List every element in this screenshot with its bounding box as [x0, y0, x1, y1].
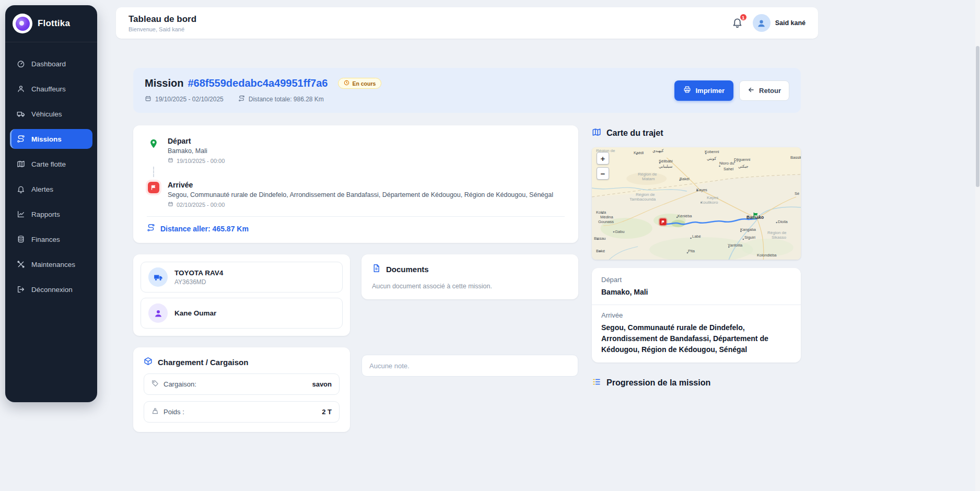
depart-label: Départ — [168, 137, 225, 145]
main-area: Tableau de bord Bienvenue, Said kané 1 S… — [116, 0, 818, 432]
map-label: Yanfolila — [728, 243, 742, 248]
cargo-weight-label: Poids : — [164, 408, 184, 416]
sidebar-item-carte-flotte[interactable]: Carte flotte — [10, 154, 92, 174]
page-title: Tableau de bord — [129, 14, 196, 25]
map-label: Tambacounda — [629, 197, 656, 202]
map-label: Kangaba — [740, 227, 756, 232]
sidebar-item-chauffeurs[interactable]: Chauffeurs — [10, 79, 92, 99]
map-destination-marker — [660, 218, 667, 225]
vehicle-driver-card: TOYOTA RAV4 AY3636MD Kane Oumar — [133, 254, 350, 336]
map-label: Kaédi — [634, 150, 644, 155]
sidebar-item-missions[interactable]: Missions — [10, 129, 92, 149]
depart-stop: Départ Bamako, Mali 19/10/2025 - 00:00 — [147, 137, 565, 164]
sidebar-item-rapports[interactable]: Rapports — [10, 204, 92, 224]
sidebar-item-maintenances[interactable]: Maintenances — [10, 254, 92, 274]
calendar-icon — [168, 201, 173, 208]
tag-icon — [151, 380, 159, 389]
map-zoom-in-button[interactable]: + — [597, 152, 609, 165]
sidebar-item-label: Dashboard — [31, 60, 66, 68]
route-connector — [153, 167, 565, 177]
fleet-map-icon — [17, 160, 25, 168]
back-button[interactable]: Retour — [739, 80, 789, 101]
document-icon — [372, 264, 381, 274]
sidebar-item-dashboard[interactable]: Dashboard — [10, 54, 92, 74]
map-label: Koulikoro — [701, 200, 718, 205]
cargo-type-label: Cargaison: — [164, 380, 196, 388]
sidebar-item-label: Rapports — [31, 211, 60, 218]
route-map[interactable]: Région deKaédiكيهيديKobenniكوبنيBassikSé… — [592, 147, 801, 260]
depart-pin-icon — [147, 137, 160, 150]
mission-header-left: Mission #68f559dedabc4a49951ff7a6 En cou… — [145, 77, 381, 103]
driver-row: Kane Oumar — [141, 298, 343, 329]
status-badge: En cours — [338, 78, 381, 89]
map-label: Gounass — [598, 219, 614, 224]
summary-arrivee-label: Arrivée — [601, 311, 791, 319]
depart-city: Bamako, Mali — [168, 147, 225, 155]
sidebar: Flottika Dashboard Chauffeurs Véhicules — [5, 5, 97, 402]
clock-icon — [344, 80, 349, 87]
map-label: Kayes — [696, 188, 707, 192]
map-label: Boké — [596, 249, 605, 253]
reports-icon — [17, 210, 25, 218]
print-button[interactable]: Imprimer — [674, 80, 733, 101]
route-icon — [147, 224, 155, 233]
app-root: Flottika Dashboard Chauffeurs Véhicules — [0, 0, 980, 432]
sidebar-item-alertes[interactable]: Alertes — [10, 179, 92, 199]
sidebar-item-label: Finances — [31, 236, 60, 243]
map-label: Kéniéba — [678, 214, 692, 218]
cargo-type-row: Cargaison: savon — [144, 373, 340, 395]
vehicle-row: TOYOTA RAV4 AY3636MD — [141, 262, 343, 293]
sidebar-item-finances[interactable]: Finances — [10, 229, 92, 249]
app-logo-text: Flottika — [38, 18, 70, 29]
map-label: Sahel — [724, 167, 733, 171]
scrollbar-thumb[interactable] — [976, 46, 979, 187]
truck-icon — [148, 267, 168, 287]
app-logo[interactable]: Flottika — [5, 5, 97, 42]
notification-badge: 1 — [739, 13, 748, 21]
calendar-icon — [168, 157, 173, 164]
map-label: Bissau — [594, 236, 606, 241]
arrivee-stop: Arrivée Segou, Communauté rurale de Dind… — [147, 181, 565, 208]
cargo-title-row: Chargement / Cargaison — [144, 357, 340, 367]
package-icon — [144, 357, 153, 367]
map-label: Siguiri — [744, 235, 755, 240]
vehicles-icon — [17, 110, 25, 118]
cargo-card: Chargement / Cargaison Cargaison: savon — [133, 347, 350, 432]
profile-button[interactable]: Said kané — [753, 14, 806, 32]
mission-distance-total-text: Distance totale: 986.28 Km — [249, 96, 324, 103]
sidebar-item-label: Maintenances — [31, 261, 75, 268]
note-input[interactable] — [361, 355, 578, 377]
note-wrap — [361, 347, 578, 377]
missions-icon — [17, 135, 25, 143]
distance-aller-text: Distance aller: 465.87 Km — [160, 225, 249, 233]
cargo-type-value: savon — [312, 380, 332, 388]
arrivee-label: Arrivée — [168, 181, 553, 189]
map-label: Sélibabi — [659, 159, 673, 163]
map-zoom-out-button[interactable]: − — [597, 167, 609, 180]
vehicle-plate: AY3636MD — [174, 278, 223, 286]
driver-icon — [148, 303, 168, 323]
sidebar-item-deconnexion[interactable]: Déconnexion — [10, 279, 92, 299]
divider — [147, 216, 565, 217]
arrivee-address: Segou, Communauté rurale de Dindefelo, A… — [168, 191, 553, 198]
mission-header-card: Mission #68f559dedabc4a49951ff7a6 En cou… — [133, 68, 801, 113]
map-label: Sé — [795, 191, 799, 196]
user-name: Said kané — [775, 19, 806, 27]
content: Mission #68f559dedabc4a49951ff7a6 En cou… — [116, 39, 818, 432]
summary-depart-label: Départ — [601, 276, 791, 284]
map-label: Nioro du — [719, 161, 734, 166]
map-label: Pita — [688, 249, 695, 253]
welcome-text: Bienvenue, Said kané — [129, 26, 196, 32]
map-label: Kobenni — [705, 149, 719, 154]
finances-icon — [17, 235, 25, 243]
sidebar-item-vehicules[interactable]: Véhicules — [10, 104, 92, 124]
notifications-button[interactable]: 1 — [731, 16, 744, 30]
alerts-icon — [17, 185, 25, 193]
depart-date: 19/10/2025 - 00:00 — [168, 157, 225, 164]
route-summary-card: Départ Bamako, Mali Arrivée Segou, Commu… — [592, 268, 801, 363]
scrollbar-track — [975, 0, 980, 491]
map-label: Matam — [642, 177, 655, 181]
arrivee-flag-icon — [147, 181, 160, 194]
sidebar-item-label: Véhicules — [31, 110, 62, 118]
calendar-icon — [145, 95, 151, 103]
